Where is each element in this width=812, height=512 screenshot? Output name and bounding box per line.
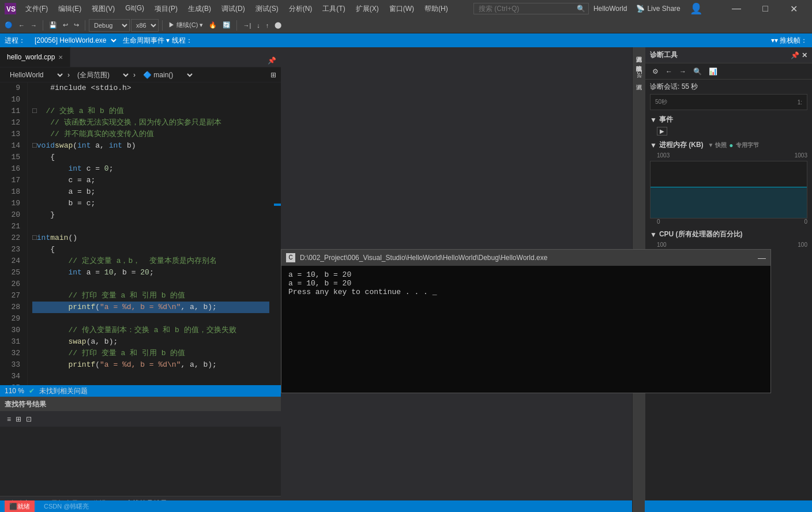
diag-snapshot-label: ▼ 快照 bbox=[708, 141, 727, 149]
code-line-17: c = a; bbox=[32, 175, 269, 186]
toolbar-step-out[interactable]: ↑ bbox=[264, 21, 272, 30]
menu-build[interactable]: 生成(B) bbox=[183, 3, 216, 15]
code-line-26 bbox=[32, 278, 269, 290]
diag-memory-min-left: 0 bbox=[657, 219, 660, 225]
sidebar-item-git[interactable]: Git 测试 bbox=[634, 66, 644, 84]
tab-close-button[interactable]: ✕ bbox=[58, 54, 63, 61]
diag-events-title: ▼ 事件 bbox=[650, 115, 807, 125]
config-dropdown[interactable]: Debug Release bbox=[89, 19, 130, 32]
toolbar-separator-4 bbox=[236, 20, 237, 31]
platform-dropdown[interactable]: x86 x64 bbox=[131, 19, 159, 32]
menu-tools[interactable]: 工具(T) bbox=[318, 3, 349, 15]
toolbar-continue[interactable]: ▶ 继续(C) ▾ bbox=[166, 20, 205, 31]
diagnostics-title: 诊断工具 bbox=[650, 50, 678, 60]
scope-selector[interactable]: (全局范围) bbox=[72, 69, 131, 81]
status-bar: ⬛ 就绪 CSDN @韩曙亮 bbox=[0, 500, 812, 512]
bottom-panel-title: 查找符号结果 bbox=[5, 400, 46, 409]
memory-chart-fill bbox=[651, 187, 807, 218]
namespace-selector[interactable]: HelloWorld bbox=[5, 69, 65, 81]
diag-session-label: 诊断会话: 55 秒 bbox=[650, 82, 698, 92]
process-bar: 进程： [20056] HelloWorld.exe 生命周期事件 ▾ 线程： … bbox=[0, 33, 812, 47]
diag-memory-chevron[interactable]: ▼ bbox=[650, 141, 657, 149]
menu-extensions[interactable]: 扩展(X) bbox=[351, 3, 384, 15]
menu-test[interactable]: 测试(S) bbox=[251, 3, 283, 15]
menu-help[interactable]: 帮助(H) bbox=[420, 3, 453, 15]
menu-edit[interactable]: 编辑(E) bbox=[54, 3, 86, 15]
bottom-toolbar-btn-3[interactable]: ⊡ bbox=[24, 414, 34, 424]
toolbar-restart[interactable]: 🔄 bbox=[220, 20, 233, 30]
menu-git[interactable]: Git(G) bbox=[121, 3, 149, 15]
diag-forward-button[interactable]: → bbox=[677, 66, 689, 77]
menu-analyze[interactable]: 分析(N) bbox=[284, 3, 317, 15]
zoom-level: 110 % bbox=[5, 387, 24, 395]
code-line-29 bbox=[32, 313, 269, 325]
console-output[interactable]: a = 10, b = 20 a = 10, b = 20 Press any … bbox=[281, 266, 770, 393]
bottom-toolbar-btn-1[interactable]: ≡ bbox=[5, 414, 13, 424]
sidebar-item-test-browser[interactable]: 测试浏览器 bbox=[634, 47, 644, 57]
toolbar-stop[interactable]: 🔥 bbox=[206, 20, 219, 30]
maximize-button[interactable]: □ bbox=[752, 0, 779, 17]
code-line-34 bbox=[32, 371, 269, 382]
diag-cpu-title: ▼ CPU (所有处理器的百分比) bbox=[650, 229, 807, 239]
editor-expand-button[interactable]: ⊞ bbox=[270, 71, 276, 79]
live-share-button[interactable]: 📡 Live Share bbox=[631, 3, 685, 14]
bottom-toolbar-btn-2[interactable]: ⊞ bbox=[13, 414, 24, 424]
toolbar-new[interactable]: 🔵 bbox=[2, 20, 15, 30]
diag-cpu-section: ▼ CPU (所有处理器的百分比) 100 100 bbox=[650, 229, 807, 248]
diag-search-button[interactable]: 🔍 bbox=[691, 66, 704, 77]
diag-play-button[interactable]: ▶ bbox=[657, 127, 667, 135]
toolbar-redo[interactable]: ↪ bbox=[72, 20, 81, 30]
diag-timeline: 50秒 1: bbox=[650, 94, 807, 110]
toolbar-undo[interactable]: ↩ bbox=[61, 20, 70, 30]
code-line-30: // 传入变量副本：交换 a 和 b 的值，交换失败 bbox=[32, 325, 269, 336]
code-content[interactable]: #include <stdio.h> □ // 交换 a 和 b 的值 // 该… bbox=[28, 82, 274, 385]
error-label: 就绪 bbox=[17, 502, 30, 511]
toolbar-save[interactable]: 💾 bbox=[47, 20, 59, 30]
code-line-23: { bbox=[32, 244, 269, 255]
diag-events-label: 事件 bbox=[659, 115, 673, 125]
menu-view[interactable]: 视图(V) bbox=[87, 3, 119, 15]
console-line-3: Press any key to continue . . . _ bbox=[288, 288, 764, 296]
diag-pin-button[interactable]: 📌 bbox=[791, 51, 799, 59]
code-line-20: } bbox=[32, 209, 269, 221]
sidebar-item-strategy[interactable]: 战略战略测试 bbox=[634, 57, 644, 66]
code-line-12: // 该函数无法实现交换，因为传入的实参只是副本 bbox=[32, 117, 269, 129]
diag-close-button[interactable]: ✕ bbox=[802, 51, 807, 59]
diag-memory-max-right: 1003 bbox=[657, 152, 670, 159]
diag-memory-max-left: 1003 bbox=[795, 152, 807, 159]
minimize-button[interactable]: — bbox=[723, 0, 750, 17]
console-close-button[interactable]: — bbox=[758, 253, 766, 262]
toolbar-step-into[interactable]: ↓ bbox=[254, 21, 262, 30]
code-line-31: swap(a, b); bbox=[32, 336, 269, 348]
process-selector[interactable]: [20056] HelloWorld.exe bbox=[30, 36, 118, 45]
toolbar-step-over[interactable]: →| bbox=[240, 21, 253, 30]
bottom-panel: 查找符号结果 ≡ ⊞ ⊡ 自动窗口 局部变量 监视 1 查找符号结果 bbox=[0, 397, 281, 512]
diag-settings-button[interactable]: ⚙ bbox=[650, 66, 661, 77]
title-bar-left: VS 文件(F) 编辑(E) 视图(V) Git(G) 项目(P) 生成(B) … bbox=[5, 3, 453, 15]
diag-cpu-chevron[interactable]: ▼ bbox=[650, 231, 657, 239]
menu-project[interactable]: 项目(P) bbox=[150, 3, 182, 15]
code-line-11: □ // 交换 a 和 b 的值 bbox=[32, 106, 269, 117]
console-icon: C bbox=[286, 253, 295, 262]
app-title: HelloWorld bbox=[593, 5, 627, 13]
code-line-10 bbox=[32, 94, 269, 106]
menu-debug[interactable]: 调试(D) bbox=[217, 3, 250, 15]
toolbar-breakpoints[interactable]: ⬤ bbox=[272, 20, 284, 30]
close-button[interactable]: ✕ bbox=[781, 0, 807, 17]
toolbar-forward[interactable]: → bbox=[28, 21, 39, 30]
toolbar-back[interactable]: ← bbox=[16, 21, 27, 30]
search-input[interactable] bbox=[473, 3, 589, 14]
diag-chart-button[interactable]: 📊 bbox=[706, 66, 720, 77]
diag-back-button[interactable]: ← bbox=[663, 66, 675, 77]
function-selector[interactable]: 🔷 main() bbox=[138, 69, 195, 81]
tab-bar: hello_world.cpp ✕ 📌 bbox=[0, 47, 281, 67]
editor-pin-button[interactable]: 📌 bbox=[263, 54, 281, 67]
editor-tab-hello-world[interactable]: hello_world.cpp ✕ bbox=[0, 47, 70, 67]
live-share-label: Live Share bbox=[647, 5, 680, 13]
status-check: ✔ bbox=[29, 387, 35, 395]
diag-cpu-label: CPU (所有处理器的百分比) bbox=[659, 229, 743, 239]
menu-window[interactable]: 窗口(W) bbox=[385, 3, 419, 15]
menu-file[interactable]: 文件(F) bbox=[21, 3, 52, 15]
line-numbers: 910111213 1415161718 1920212223 24252627… bbox=[0, 82, 28, 385]
diag-events-chevron[interactable]: ▼ bbox=[650, 116, 657, 124]
